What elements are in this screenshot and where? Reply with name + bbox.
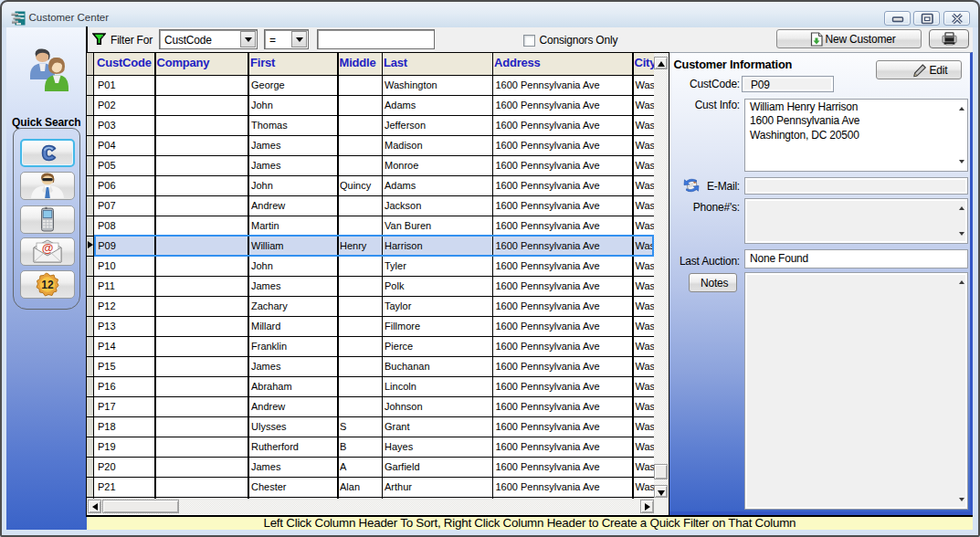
svg-text:@: @	[41, 241, 53, 255]
svg-text:12: 12	[41, 279, 54, 291]
